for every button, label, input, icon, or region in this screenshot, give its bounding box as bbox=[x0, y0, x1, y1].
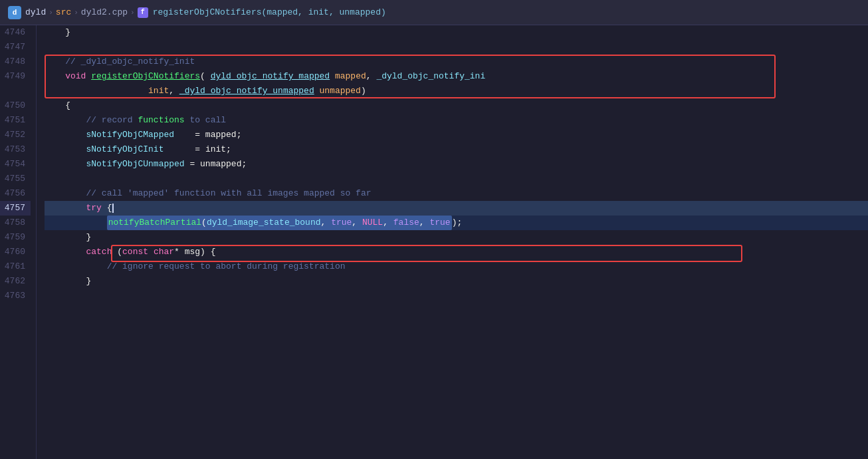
code-line-4761: // ignore request to abort during regist… bbox=[45, 259, 868, 274]
code-line-cont: init, _dyld_objc_notify_unmapped unmappe… bbox=[45, 84, 868, 98]
editor: 4746 4747 4748 4749 4750 4751 4752 4753 … bbox=[0, 25, 868, 459]
breadcrumb-sep-1: › bbox=[49, 9, 53, 17]
ln-4762: 4762 bbox=[0, 274, 31, 289]
line-numbers: 4746 4747 4748 4749 4750 4751 4752 4753 … bbox=[0, 25, 37, 459]
code-line-4754: sNotifyObjCUnmapped = unmapped; bbox=[45, 157, 868, 172]
function-icon: f bbox=[138, 7, 148, 18]
code-area[interactable]: } // _dyld_objc_notify_init void registe… bbox=[37, 25, 868, 459]
code-line-4753: sNotifyObjCInit = init; bbox=[45, 142, 868, 157]
ln-4748: 4748 bbox=[0, 55, 31, 69]
ln-4756: 4756 bbox=[0, 186, 31, 201]
code-line-4746: } bbox=[45, 25, 868, 40]
code-line-4747 bbox=[45, 40, 868, 55]
ln-4763: 4763 bbox=[0, 289, 31, 303]
code-line-4752: sNotifyObjCMapped = mapped; bbox=[45, 128, 868, 142]
code-line-4759: } bbox=[45, 230, 868, 245]
code-line-4756: // call 'mapped' function with all image… bbox=[45, 186, 868, 201]
ln-4747: 4747 bbox=[0, 40, 31, 55]
ln-cont bbox=[0, 84, 31, 98]
ln-4757: 4757 bbox=[0, 201, 31, 216]
ln-4750: 4750 bbox=[0, 98, 31, 113]
code-line-4755 bbox=[45, 172, 868, 186]
ln-4760: 4760 bbox=[0, 245, 31, 259]
breadcrumb-sep-2: › bbox=[74, 9, 78, 17]
breadcrumb-file[interactable]: dyld2.cpp bbox=[81, 7, 128, 17]
code-line-4751: // record functions to call bbox=[45, 113, 868, 128]
ln-4755: 4755 bbox=[0, 172, 31, 186]
code-line-4762: } bbox=[45, 274, 868, 289]
ln-4746: 4746 bbox=[0, 25, 31, 40]
ln-4758: 4758 bbox=[0, 216, 31, 230]
titlebar: d dyld › src › dyld2.cpp › f registerObj… bbox=[0, 0, 868, 25]
breadcrumb-project[interactable]: dyld bbox=[25, 7, 46, 17]
ln-4752: 4752 bbox=[0, 128, 31, 142]
ln-4754: 4754 bbox=[0, 157, 31, 172]
code-line-4758: notifyBatchPartial(dyld_image_state_boun… bbox=[45, 216, 868, 230]
code-line-4760: catch (const char* msg) { bbox=[45, 245, 868, 259]
ln-4753: 4753 bbox=[0, 142, 31, 157]
code-line-4748: // _dyld_objc_notify_init bbox=[45, 55, 868, 69]
app-icon: d bbox=[8, 6, 21, 19]
breadcrumb-folder[interactable]: src bbox=[56, 7, 71, 17]
code-line-4757: try { bbox=[45, 201, 868, 216]
code-line-4750: { bbox=[45, 98, 868, 113]
code-line-4749: void registerObjCNotifiers( dyld_objc_no… bbox=[45, 69, 868, 84]
breadcrumb: dyld › src › dyld2.cpp › f registerObjCN… bbox=[25, 7, 386, 18]
breadcrumb-sep-3: › bbox=[130, 9, 135, 17]
code-wrapper: } // _dyld_objc_notify_init void registe… bbox=[45, 25, 868, 303]
code-line-4763 bbox=[45, 289, 868, 303]
ln-4761: 4761 bbox=[0, 259, 31, 274]
ln-4749: 4749 bbox=[0, 69, 31, 84]
ln-4759: 4759 bbox=[0, 230, 31, 245]
ln-4751: 4751 bbox=[0, 113, 31, 128]
breadcrumb-function[interactable]: registerObjCNotifiers(mapped, init, unma… bbox=[153, 7, 386, 17]
